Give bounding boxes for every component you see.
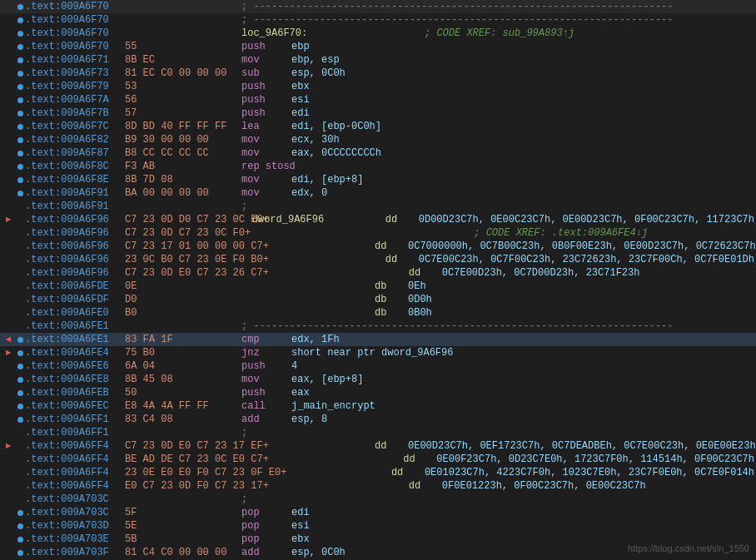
disasm-line[interactable]: .text:009A6F91BA 00 00 00 00movedx, 0 (0, 186, 756, 200)
operands: 0C7000000h, 0C7B00C23h, 0B0F00E23h, 0E00… (408, 240, 756, 252)
disasm-line[interactable]: .text:009A6F96C7 23 0D E0 C7 23 26 C7+dd… (0, 266, 756, 280)
disasm-line[interactable]: .text:009A6F7381 EC C0 00 00 00subesp, 0… (0, 67, 756, 80)
disasm-line[interactable]: .text:009A703C; (0, 493, 756, 506)
disasm-line[interactable]: .text:009A6F91; (0, 200, 756, 213)
address: .text:009A6F96 (25, 254, 125, 265)
bytes: 8B 45 08 (125, 374, 241, 385)
disasm-line[interactable]: .text:009A6F8E8B 7D 08movedi, [ebp+8] (0, 173, 756, 186)
disasm-line[interactable]: .text:009A6F70loc_9A6F70:; CODE XREF: su… (0, 27, 756, 40)
breakpoint-dot (15, 550, 25, 556)
disasm-line[interactable]: .text:009A6F9623 0C B0 C7 23 0E F0 B0+dd… (0, 253, 756, 266)
bytes: 6A 04 (125, 360, 241, 372)
address: .text:009A6FE1 (25, 334, 125, 345)
mnemonic: pop (241, 520, 291, 532)
disasm-line[interactable]: ◄.text:009A6FE183 FA 1Fcmpedx, 1Fh (0, 333, 756, 346)
disasm-line[interactable]: .text:009A703C5Fpopedi (0, 506, 756, 519)
disasm-line[interactable]: .text:009A6F82B9 30 00 00 00movecx, 30h (0, 133, 756, 146)
disasm-line[interactable]: .text:009A6F718B ECmovebp, esp (0, 53, 756, 67)
bytes: E0 C7 23 0D F0 C7 23 17+ (125, 480, 276, 492)
xref-comment: ; CODE XREF: sub_99A893↑j (425, 27, 574, 39)
operands: edx, 0 (291, 187, 441, 199)
operands: 4 (291, 360, 441, 372)
disasm-line[interactable]: .text:009A6F7055pushebp (0, 40, 756, 53)
disasm-line[interactable]: .text:009A703F81 C4 C0 00 00 00addesp, 0… (0, 546, 756, 559)
disasm-line[interactable]: .text:009A6FF4BE AD DE C7 23 0C E0 C7+dd… (0, 453, 756, 466)
bytes: C7 23 17 01 00 00 00 C7+ (125, 240, 241, 252)
disasm-line[interactable]: .text:009A6F7C8D BD 40 FF FF FFleaedi, [… (0, 120, 756, 133)
address: .text:009A6F96 (25, 267, 125, 279)
breakpoint-dot (15, 390, 25, 396)
address: .text:009A6F71 (25, 54, 125, 66)
mnemonic: mov (241, 174, 291, 186)
mnemonic: add (241, 414, 291, 425)
bytes: B9 30 00 00 00 (125, 134, 241, 146)
operands: esp, 0C0h (291, 547, 441, 558)
disasm-line[interactable]: .text:009A6FE0B0db0B0h (0, 306, 756, 320)
disasm-line[interactable]: .text:009A6FF423 0E E0 E0 F0 C7 23 0F E0… (0, 466, 756, 479)
address: .text:009A703D (25, 520, 125, 532)
breakpoint-dot (15, 404, 25, 409)
address: .text:009A6FDE (25, 280, 125, 292)
bytes: 5E (125, 520, 241, 532)
arrow-indicator: ► (2, 348, 15, 358)
breakpoint-dot (15, 177, 25, 183)
breakpoint-dot (15, 151, 25, 156)
address: .text:009A6FF4 (25, 467, 125, 478)
disasm-container[interactable]: .text:009A6F70; ------------------------… (0, 0, 756, 560)
mnemonic: push (241, 81, 291, 92)
disasm-line[interactable]: ►.text:009A6FF4C7 23 0D E0 C7 23 17 EF+d… (0, 439, 756, 453)
separator: ; --------------------------------------… (241, 14, 673, 26)
bytes: 23 0C B0 C7 23 0E F0 B0+ (125, 254, 252, 265)
bytes: B8 CC CC CC CC (125, 147, 241, 159)
address: .text:009A6F8C (25, 161, 125, 172)
disasm-line[interactable]: .text:009A6FE1; ------------------------… (0, 320, 756, 333)
bytes: 8B EC (125, 54, 241, 66)
operands: edi, [ebp+8] (291, 174, 441, 186)
address: .text:009A6FF4 (25, 440, 125, 452)
disasm-line[interactable]: .text:009A6F7953pushebx (0, 80, 756, 93)
disasm-line[interactable]: .text:009A6FE66A 04push4 (0, 359, 756, 373)
bytes: 83 FA 1F (125, 334, 241, 345)
address: .text:009A6F82 (25, 134, 125, 146)
disasm-line[interactable]: .text:009A6F70; ------------------------… (0, 13, 756, 27)
operands: ecx, 30h (291, 134, 441, 146)
address: .text:009A6F87 (25, 147, 125, 159)
separator: ; (241, 201, 247, 212)
disasm-line[interactable]: .text:009A6FF183 C4 08addesp, 8 (0, 413, 756, 426)
disasm-line[interactable]: ►.text:009A6FE475 B0jnzshort near ptr dw… (0, 346, 756, 359)
bytes: 23 0E E0 E0 F0 C7 23 0F E0+ (125, 467, 258, 478)
arrow-indicator: ◄ (2, 335, 15, 344)
mnemonic: jnz (241, 347, 291, 359)
disasm-line[interactable]: .text:009A6FECE8 4A 4A FF FFcallj_main_e… (0, 399, 756, 413)
bytes: 55 (125, 41, 241, 52)
mnemonic: dd (391, 467, 425, 478)
disasm-line[interactable]: .text:009A703D5Epopesi (0, 519, 756, 533)
mnemonic: push (241, 107, 291, 119)
disasm-line[interactable]: .text:009A703E5Bpopebx (0, 533, 756, 546)
operands: edi (291, 507, 441, 518)
disasm-line[interactable]: .text:009A6F8CF3 ABrep stosd (0, 160, 756, 173)
disasm-line[interactable]: .text:009A6FDE0Edb0Eh (0, 280, 756, 293)
disasm-line[interactable]: .text:009A6F7B57pushedi (0, 107, 756, 120)
disasm-line[interactable]: .text:009A6FF4E0 C7 23 0D F0 C7 23 17+dd… (0, 479, 756, 493)
operands: 0E01023C7h, 4223C7F0h, 1023C7E0h, 23C7F0… (425, 467, 754, 478)
arrow-indicator: ► (2, 215, 15, 225)
disasm-line[interactable]: .text:009A6F96C7 23 17 01 00 00 00 C7+dd… (0, 240, 756, 253)
disasm-line[interactable]: .text:009A6F7A56pushesi (0, 93, 756, 107)
mnemonic: dd (385, 254, 419, 265)
mnemonic: rep stosd (241, 161, 341, 172)
disasm-line[interactable]: .text:009A6F87B8 CC CC CC CCmoveax, 0CCC… (0, 146, 756, 160)
disasm-line[interactable]: .text:009A6FE88B 45 08moveax, [ebp+8] (0, 373, 756, 386)
disasm-line[interactable]: .text:009A6FEB50pusheax (0, 386, 756, 399)
mnemonic: mov (241, 147, 291, 159)
disasm-line[interactable]: .text:009A6FDFD0db0D0h (0, 293, 756, 306)
disasm-line[interactable]: ►.text:009A6F96C7 23 0D D0 C7 23 0C E0+d… (0, 213, 756, 226)
breakpoint-dot (15, 71, 25, 77)
disasm-line[interactable]: .text:009A6F70; ------------------------… (0, 0, 756, 13)
address: .text:009A6F8E (25, 174, 125, 186)
disasm-line[interactable]: .text:009A6FF1; (0, 426, 756, 439)
mnemonic: dd (409, 480, 442, 492)
separator: ; --------------------------------------… (241, 1, 673, 12)
separator: ; --------------------------------------… (241, 320, 673, 332)
disasm-line[interactable]: .text:009A6F96C7 23 0D C7 23 0C F0+; COD… (0, 226, 756, 240)
